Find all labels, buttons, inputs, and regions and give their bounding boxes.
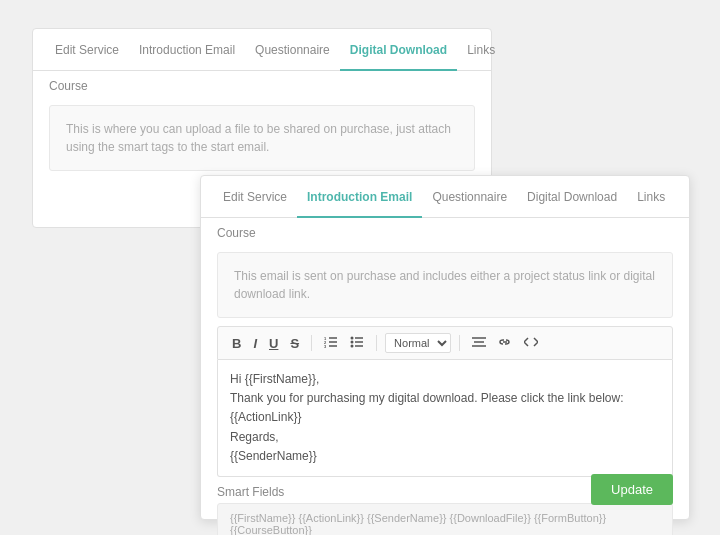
- back-tabs: Edit Service Introduction Email Question…: [33, 29, 491, 71]
- tab-edit-service-front[interactable]: Edit Service: [213, 176, 297, 218]
- tab-questionnaire-back[interactable]: Questionnaire: [245, 29, 340, 71]
- svg-point-16: [351, 344, 354, 347]
- foreground-card: Edit Service Introduction Email Question…: [200, 175, 690, 520]
- tab-digital-download-front[interactable]: Digital Download: [517, 176, 627, 218]
- tab-edit-service-back[interactable]: Edit Service: [45, 29, 129, 71]
- tab-questionnaire-front[interactable]: Questionnaire: [422, 176, 517, 218]
- toolbar-separator-3: [459, 335, 460, 351]
- course-label-back: Course: [33, 71, 491, 97]
- editor-line-2: Thank you for purchasing my digital down…: [230, 389, 660, 408]
- editor-toolbar: B I U S 123 Normal: [217, 326, 673, 360]
- svg-point-15: [351, 340, 354, 343]
- front-tabs: Edit Service Introduction Email Question…: [201, 176, 689, 218]
- svg-text:3: 3: [324, 344, 327, 348]
- toolbar-separator-2: [376, 335, 377, 351]
- code-button[interactable]: [520, 334, 542, 353]
- update-button[interactable]: Update: [591, 474, 673, 505]
- font-size-select[interactable]: Normal: [385, 333, 451, 353]
- editor-line-5: {{SenderName}}: [230, 447, 660, 466]
- editor-area[interactable]: Hi {{FirstName}}, Thank you for purchasi…: [217, 360, 673, 477]
- info-box-back: This is where you can upload a file to b…: [49, 105, 475, 171]
- tab-links-back[interactable]: Links: [457, 29, 505, 71]
- tab-introduction-email-back[interactable]: Introduction Email: [129, 29, 245, 71]
- bold-button[interactable]: B: [228, 334, 245, 353]
- align-button[interactable]: [468, 334, 490, 353]
- link-button[interactable]: [494, 334, 516, 353]
- tab-introduction-email-front[interactable]: Introduction Email: [297, 176, 422, 218]
- toolbar-separator-1: [311, 335, 312, 351]
- underline-button[interactable]: U: [265, 334, 282, 353]
- svg-point-14: [351, 336, 354, 339]
- list-unordered-button[interactable]: [346, 334, 368, 353]
- editor-line-1: Hi {{FirstName}},: [230, 370, 660, 389]
- info-box-front: This email is sent on purchase and inclu…: [217, 252, 673, 318]
- strikethrough-button[interactable]: S: [286, 334, 303, 353]
- tab-links-front[interactable]: Links: [627, 176, 675, 218]
- italic-button[interactable]: I: [249, 334, 261, 353]
- course-label-front: Course: [201, 218, 689, 244]
- editor-line-3: {{ActionLink}}: [230, 408, 660, 427]
- smart-fields-box: {{FirstName}} {{ActionLink}} {{SenderNam…: [217, 503, 673, 535]
- list-ordered-button[interactable]: 123: [320, 334, 342, 353]
- tab-digital-download-back[interactable]: Digital Download: [340, 29, 457, 71]
- editor-line-4: Regards,: [230, 428, 660, 447]
